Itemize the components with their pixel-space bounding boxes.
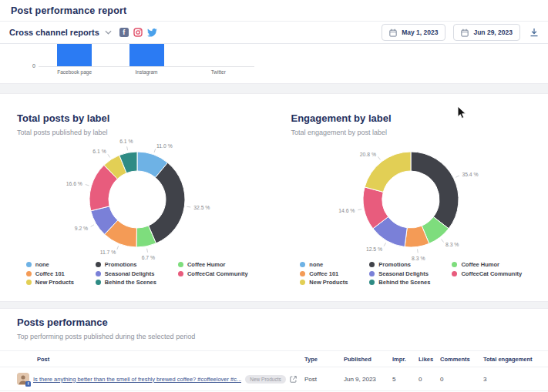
legend-item-promotions: Promotions: [369, 261, 430, 268]
x-axis-label-facebook-page: Facebook page: [40, 69, 109, 75]
legend-item-none: none: [300, 261, 348, 268]
legend-label: CoffeeCat Community: [461, 270, 522, 277]
slice-leader-line: [146, 249, 147, 253]
table-row[interactable]: f Is there anything better than the smel…: [0, 367, 548, 391]
section-title: Engagement by label: [291, 112, 548, 124]
column-header-published: Published: [344, 356, 392, 363]
legend-dot-icon: [26, 271, 32, 276]
section-title: Total posts by label: [17, 112, 274, 124]
column-header-comments: Comments: [440, 356, 483, 363]
report-selector-dropdown[interactable]: Cross channel reports: [9, 28, 112, 37]
slice-leader-line: [358, 209, 362, 210]
legend-item-seasonal-delights: Seasonal Delights: [96, 270, 156, 277]
legend-item-none: none: [26, 261, 74, 268]
x-axis-label-instagram: Instagram: [112, 69, 181, 75]
table-header-row: PostTypePublishedImpr.LikesCommentsTotal…: [0, 350, 548, 367]
bar-chart: 0 Facebook pageInstagramTwitter: [0, 44, 548, 83]
post-link[interactable]: Is there anything better than the smell …: [33, 376, 241, 383]
cell-likes: 0: [419, 376, 440, 383]
engagement-by-label-panel: Engagement by label Total engagement by …: [274, 94, 548, 301]
section-title: Posts performance: [17, 317, 548, 328]
report-selector-label: Cross channel reports: [9, 28, 99, 37]
slice-percentage-label: 8.3 %: [445, 242, 459, 247]
legend-dot-icon: [26, 262, 32, 267]
legend-item-behind-the-scenes: Behind the Scenes: [96, 279, 156, 286]
legend-dot-icon: [300, 280, 305, 285]
legend-item-coffeecat-community: CoffeeCat Community: [178, 270, 248, 277]
avatar: f: [17, 373, 29, 385]
chevron-down-icon: [105, 30, 112, 35]
x-axis-label-twitter: Twitter: [183, 69, 253, 75]
cell-type: Post: [304, 376, 344, 383]
legend-item-new-products: New Products: [300, 279, 348, 286]
post-cell: f Is there anything better than the smel…: [17, 373, 304, 385]
slice-percentage-label: 12.5 %: [366, 246, 382, 252]
legend-label: New Products: [309, 279, 348, 286]
column-header-post: Post: [17, 356, 304, 363]
slice-percentage-label: 6.7 %: [141, 255, 154, 260]
legend-item-seasonal-delights: Seasonal Delights: [369, 270, 430, 277]
legend-label: Seasonal Delights: [105, 270, 155, 277]
cell-published: Jun 9, 2023: [344, 376, 392, 383]
slice-leader-line: [378, 156, 381, 159]
cell-impressions: 5: [392, 376, 419, 383]
end-date-picker[interactable]: Jun 29, 2023: [453, 24, 520, 41]
legend-dot-icon: [369, 262, 375, 267]
slice-leader-line: [442, 240, 444, 243]
slice-leader-line: [86, 185, 89, 186]
facebook-network-badge-icon: f: [25, 381, 31, 387]
chart-legend: noneCoffee 101New ProductsPromotionsSeas…: [274, 261, 548, 286]
legend-label: Promotions: [378, 261, 411, 268]
slice-percentage-label: 8.3 %: [412, 256, 425, 261]
posts-by-network-chart-card: 0 Facebook pageInstagramTwitter: [0, 44, 548, 84]
legend-label: Coffee Humor: [461, 261, 499, 268]
slice-percentage-label: 11.0 %: [156, 143, 173, 149]
legend-label: Coffee 101: [309, 270, 338, 277]
legend-label: Seasonal Delights: [378, 270, 429, 277]
legend-dot-icon: [178, 262, 183, 267]
download-button[interactable]: [530, 28, 539, 37]
page-title: Post performance report: [11, 5, 126, 16]
slice-percentage-label: 6.1 %: [119, 139, 133, 144]
slice-percentage-label: 9.2 %: [75, 226, 88, 231]
legend-item-coffee-humor: Coffee Humor: [452, 261, 522, 268]
facebook-icon[interactable]: f: [119, 28, 129, 37]
legend-label: CoffeeCat Community: [187, 270, 248, 277]
slice-leader-line: [154, 149, 156, 152]
posts-performance-card: Posts performance Top performing posts p…: [0, 308, 548, 392]
legend-label: none: [35, 261, 49, 268]
column-header-impr-: Impr.: [392, 356, 419, 363]
legend-dot-icon: [300, 271, 305, 276]
legend-label: Coffee 101: [35, 270, 65, 277]
legend-dot-icon: [26, 280, 32, 285]
instagram-icon[interactable]: [133, 28, 143, 37]
slice-leader-line: [108, 154, 110, 157]
y-axis-tick-label: 0: [25, 63, 35, 69]
donut-slice-promotions[interactable]: [411, 152, 459, 229]
twitter-icon[interactable]: [147, 28, 157, 37]
legend-label: Behind the Scenes: [378, 279, 430, 286]
legend-item-new-products: New Products: [26, 279, 74, 286]
legend-item-promotions: Promotions: [96, 261, 156, 268]
download-icon: [530, 28, 539, 37]
column-header-total-engagement: Total engagement: [483, 356, 548, 363]
bar-facebook-page[interactable]: [57, 44, 92, 66]
start-date-picker[interactable]: May 1, 2023: [382, 24, 445, 41]
external-link-icon[interactable]: [290, 376, 297, 383]
legend-dot-icon: [369, 280, 375, 285]
legend-item-behind-the-scenes: Behind the Scenes: [369, 279, 430, 286]
legend-dot-icon: [178, 271, 183, 276]
total-posts-donut-chart: 11.0 %32.5 %6.7 %11.7 %9.2 %16.6 %6.1 %6…: [14, 139, 261, 260]
donut-slice-new-products[interactable]: [365, 152, 411, 192]
toolbar: Cross channel reports f May 1, 2023 Jun …: [0, 22, 548, 44]
legend-item-coffee-humor: Coffee Humor: [178, 261, 248, 268]
bar-instagram[interactable]: [129, 44, 164, 66]
slice-leader-line: [90, 225, 93, 227]
legend-label: Coffee Humor: [187, 261, 226, 268]
cell-comments: 0: [440, 376, 483, 383]
slice-percentage-label: 32.5 %: [193, 205, 210, 210]
start-date-value: May 1, 2023: [402, 28, 438, 36]
legend-label: none: [309, 261, 323, 268]
slice-leader-line: [126, 146, 127, 150]
section-subtitle: Top performing posts published during th…: [17, 333, 548, 340]
